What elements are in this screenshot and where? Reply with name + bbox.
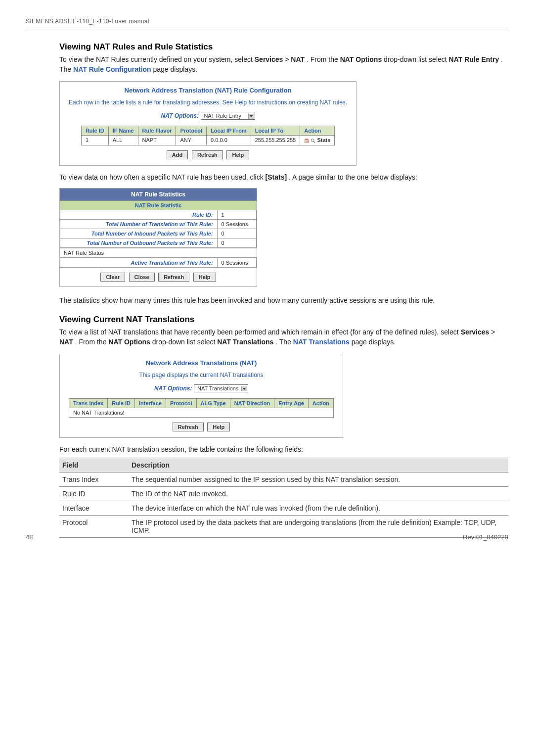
field-name: Rule ID [59,486,129,501]
table-row: Rule IDThe ID of the NAT rule invoked. [59,486,508,501]
panel3-buttons: Refresh Help [69,423,334,431]
nat-rule-stats-panel: NAT Rule Statistics NAT Rule Statistic R… [59,188,257,287]
empty-row: No NAT Translations! [69,408,334,418]
stat-label: Active Translation w/ This Rule: [60,258,218,268]
stat-value: 0 [217,229,256,238]
text: page displays. [352,338,396,346]
page-header: SIEMENS ADSL E-110_E-110-I user manual [26,18,508,28]
page-footer: 48 Rev:01_040220 [26,533,508,541]
header-field: Field [59,458,129,472]
revision-label: Rev:01_040220 [463,533,508,541]
text-ruleentry: NAT Rule Entry [449,55,499,63]
table-row: Trans IndexThe sequential number assigne… [59,472,508,486]
col-protocol: Protocol [176,126,207,136]
text: . A page similar to the one below displa… [289,173,417,181]
add-button[interactable]: Add [167,150,188,159]
translations-table: Trans Index Rule ID Interface Protocol A… [69,398,334,418]
refresh-button[interactable]: Refresh [173,423,204,431]
col-ruleflavor: Rule Flavor [138,126,176,136]
text: drop-down list select [384,55,449,63]
help-button[interactable]: Help [207,423,230,431]
text: To view data on how often a specific NAT… [59,173,266,181]
panel1-title: Network Address Translation (NAT) Rule C… [69,87,347,94]
col-interface: Interface [135,399,166,408]
panel3-title: Network Address Translations (NAT) [69,359,334,367]
stats-status-table: Active Translation w/ This Rule:0 Sessio… [60,258,257,268]
header-description: Description [129,458,508,472]
stats-title: NAT Rule Statistics [60,189,257,200]
text-natoptions: NAT Options [340,55,382,63]
trash-icon[interactable] [304,137,311,143]
close-button[interactable]: Close [129,273,155,282]
table-row: No NAT Translations! [69,408,334,418]
ftable-caption: For each current NAT translation session… [59,445,508,455]
help-button[interactable]: Help [193,273,216,282]
stat-value: 1 [217,210,256,220]
col-ifname: IF Name [108,126,138,136]
svg-point-5 [312,139,314,142]
panel1-caption: Each row in the table lists a rule for t… [69,99,347,106]
stats-link[interactable]: Stats [317,137,330,143]
nat-rule-config-panel: Network Address Translation (NAT) Rule C… [59,81,356,166]
col-ruleid: Rule ID [108,399,135,408]
col-action: Action [300,126,335,136]
magnifier-icon[interactable] [311,137,317,143]
cell-from: 0.0.0.0 [207,136,251,145]
clear-button[interactable]: Clear [100,273,125,282]
text: drop-down list select [152,338,218,346]
stats-status-section: NAT Rule Status [60,248,257,258]
cell-flavor: NAPT [138,136,176,145]
col-transindex: Trans Index [69,399,108,408]
text-services: Services [255,55,283,63]
col-entryage: Entry Age [274,399,309,408]
text: . From the [307,55,340,63]
link-nat-rule-config[interactable]: NAT Rule Configuration [73,65,151,73]
col-protocol: Protocol [166,399,196,408]
text: . From the [75,338,109,346]
stat-label: Total Number of Translation w/ This Rule… [60,220,218,229]
help-button[interactable]: Help [226,150,249,159]
stat-label: Rule ID: [60,210,218,220]
stat-label: Total Number of Outbound Packets w/ This… [60,238,218,248]
text: > [285,55,291,63]
stats-subtitle: NAT Rule Statistic [60,200,257,210]
text-natoptions: NAT Options [108,338,150,346]
table-row: 1 ALL NAPT ANY 0.0.0.0 255.255.255.255 [81,136,334,145]
col-ruleid: Rule ID [81,126,108,136]
section1-title: Viewing NAT Rules and Rule Statistics [59,42,508,52]
col-algtype: ALG Type [196,399,230,408]
stat-value: 0 [217,238,256,248]
refresh-button[interactable]: Refresh [192,150,223,159]
table-row: Rule ID:1 [60,210,257,220]
col-localipfrom: Local IP From [207,126,251,136]
link-nat-translations[interactable]: NAT Translations [293,338,350,346]
field-name: Interface [59,501,129,515]
nat-rules-table: Rule ID IF Name Rule Flavor Protocol Loc… [81,126,335,145]
text-nattranslations: NAT Translations [217,338,273,346]
header-rule [26,28,508,28]
field-description-table: Field Description Trans IndexThe sequent… [59,458,508,538]
stat-value: 0 Sessions [217,258,256,268]
nat-options-dropdown[interactable]: NAT Translations [194,384,248,392]
nat-options-label: NAT Options: [154,385,192,392]
field-name: Trans Index [59,472,129,486]
table-header-row: Trans Index Rule ID Interface Protocol A… [69,399,334,408]
section1c-para: The statistics show how many times this … [59,296,508,306]
field-desc: The device interface on which the NAT ru… [129,501,508,515]
cell-ruleid: 1 [81,136,108,145]
section2-title: Viewing Current NAT Translations [59,315,508,325]
panel1-buttons: Add Refresh Help [69,150,347,159]
field-desc: The sequential number assigned to the IP… [129,472,508,486]
cell-proto: ANY [176,136,207,145]
col-natdirection: NAT Direction [230,399,274,408]
section1b-para: To view data on how often a specific NAT… [59,173,508,183]
cell-action: Stats [300,136,335,145]
nat-options-dropdown[interactable]: NAT Rule Entry [201,112,255,120]
section1-para: To view the NAT Rules currently defined … [59,55,508,74]
table-row: Total Number of Translation w/ This Rule… [60,220,257,229]
text: To view a list of NAT translations that … [59,328,461,336]
panel3-caption: This page displays the current NAT trans… [69,372,334,378]
text-nat: NAT [59,338,73,346]
text: To view the NAT Rules currently defined … [59,55,255,63]
refresh-button[interactable]: Refresh [158,273,189,282]
